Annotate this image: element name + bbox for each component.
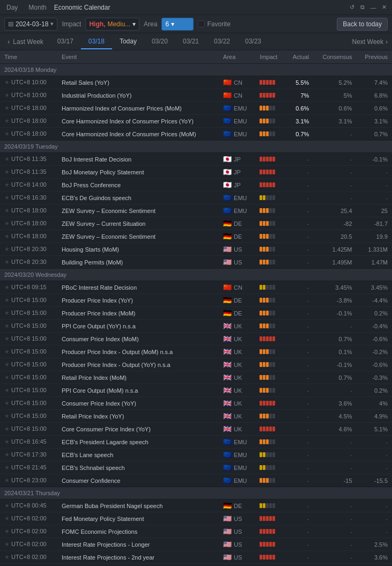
cell-event: Retail Sales (YoY) bbox=[57, 76, 219, 89]
minimize-icon[interactable]: — bbox=[369, 4, 377, 11]
col-event: Event bbox=[57, 50, 219, 64]
table-row[interactable]: ★UTC+8 00:45German Buba President Nagel … bbox=[0, 499, 392, 512]
table-row[interactable]: ★UTC+8 11:35BoJ Interest Rate Decision🇯🇵… bbox=[0, 153, 392, 166]
table-row[interactable]: ★UTC+8 16:30ECB's De Guindos speech🇪🇺EMU… bbox=[0, 192, 392, 204]
detach-icon[interactable]: ⧉ bbox=[359, 4, 366, 11]
section-header-text: 2024/03/20 Wednesday bbox=[0, 269, 392, 281]
impact-bars bbox=[260, 414, 280, 418]
table-row[interactable]: ★UTC+8 15:00Producer Price Index (YoY)🇩🇪… bbox=[0, 294, 392, 307]
table-row[interactable]: ★UTC+8 15:00PPI Core Output (MoM) n.s.a🇬… bbox=[0, 384, 392, 397]
area-code: EMU bbox=[234, 105, 247, 112]
next-week-btn[interactable]: Next Week › bbox=[352, 38, 388, 46]
table-row[interactable]: ★UTC+8 20:30Housing Starts (MoM)🇺🇸US-1.4… bbox=[0, 243, 392, 256]
area-code: EMU bbox=[234, 208, 247, 214]
cell-time: ★UTC+8 23:00 bbox=[0, 474, 57, 487]
impact-bars bbox=[260, 529, 280, 534]
prev-week-label[interactable]: Last Week bbox=[13, 38, 43, 46]
cell-time: ★UTC+8 15:00 bbox=[0, 371, 57, 384]
table-row[interactable]: ★UTC+8 15:00Core Consumer Price Index (Y… bbox=[0, 423, 392, 436]
close-icon[interactable]: ✕ bbox=[380, 4, 388, 11]
table-row[interactable]: ★UTC+8 15:00PPI Core Output (YoY) n.s.a🇬… bbox=[0, 320, 392, 333]
tab-month[interactable]: Month bbox=[26, 3, 48, 12]
app-title: Economic Calendar bbox=[54, 4, 110, 11]
table-row[interactable]: ★UTC+8 02:00Interest Rate Projections - … bbox=[0, 538, 392, 551]
cell-area: 🇺🇸US bbox=[219, 243, 255, 256]
cell-actual: - bbox=[285, 397, 314, 410]
prev-arrow[interactable]: ‹ bbox=[4, 35, 13, 48]
table-row[interactable]: ★UTC+8 10:00Retail Sales (YoY)🇨🇳CN5.5%5.… bbox=[0, 76, 392, 89]
table-row[interactable]: ★UTC+8 16:45ECB's President Lagarde spee… bbox=[0, 436, 392, 449]
favorite-filter[interactable]: Favorite bbox=[198, 20, 230, 28]
table-row[interactable]: ★UTC+8 15:00Producer Price Index - Outpu… bbox=[0, 346, 392, 358]
table-row[interactable]: ★UTC+8 15:00Producer Price Index - Outpu… bbox=[0, 358, 392, 371]
flag-icon: 🇯🇵 bbox=[223, 181, 232, 189]
flag-icon: 🇩🇪 bbox=[223, 232, 232, 240]
table-row[interactable]: ★UTC+8 02:00Fed Monetary Policy Statemen… bbox=[0, 512, 392, 525]
table-row[interactable]: ★UTC+8 15:00Producer Price Index (MoM)🇩🇪… bbox=[0, 307, 392, 320]
table-row[interactable]: ★UTC+8 15:00Consumer Price Index (MoM)🇬🇧… bbox=[0, 333, 392, 346]
nav-date-0318[interactable]: 03/18 bbox=[81, 34, 112, 49]
date-selector[interactable]: ▤ 2024-03-18 ▾ bbox=[4, 18, 57, 31]
table-row[interactable]: ★UTC+8 21:45ECB's Schnabel speech🇪🇺EMU--… bbox=[0, 461, 392, 474]
refresh-icon[interactable]: ↺ bbox=[348, 4, 356, 11]
section-header: 2024/03/20 Wednesday bbox=[0, 269, 392, 281]
impact-bars bbox=[260, 516, 280, 521]
table-row[interactable]: ★UTC+8 18:00ZEW Survey – Current Situati… bbox=[0, 217, 392, 230]
cell-previous: -0.1% bbox=[357, 153, 392, 166]
nav-bar: ‹ Last Week 03/17 03/18 Today 03/20 03/2… bbox=[0, 33, 392, 50]
table-row[interactable]: ★UTC+8 09:15PBoC Interest Rate Decision🇨… bbox=[0, 281, 392, 294]
table-row[interactable]: ★UTC+8 10:00Industrial Production (YoY)🇨… bbox=[0, 89, 392, 102]
flag-icon: 🇺🇸 bbox=[223, 245, 232, 253]
table-row[interactable]: ★UTC+8 15:00Consumer Price Index (YoY)🇬🇧… bbox=[0, 397, 392, 410]
cell-event: Retail Price Index (MoM) bbox=[57, 371, 219, 384]
table-row[interactable]: ★UTC+8 18:00Core Harmonized Index of Con… bbox=[0, 128, 392, 141]
table-row[interactable]: ★UTC+8 14:00BoJ Press Conference🇯🇵JP--- bbox=[0, 179, 392, 192]
impact-selector[interactable]: High, Mediu... ▾ bbox=[85, 18, 139, 31]
table-row[interactable]: ★UTC+8 23:00Consumer Confidence🇪🇺EMU--15… bbox=[0, 474, 392, 487]
area-code: CN bbox=[234, 79, 242, 86]
table-row[interactable]: ★UTC+8 18:00Harmonized Index of Consumer… bbox=[0, 102, 392, 115]
table-row[interactable]: ★UTC+8 18:00ZEW Survey – Economic Sentim… bbox=[0, 204, 392, 217]
cell-event: ZEW Survey – Economic Sentiment bbox=[57, 230, 219, 243]
table-row[interactable]: ★UTC+8 15:00Retail Price Index (MoM)🇬🇧UK… bbox=[0, 371, 392, 384]
impact-bars bbox=[260, 93, 280, 98]
area-selector[interactable]: 6 ▾ bbox=[161, 18, 194, 31]
cell-previous: 3.45% bbox=[357, 281, 392, 294]
window-controls: ↺ ⧉ — ✕ bbox=[348, 4, 388, 11]
cell-consensus: - bbox=[313, 461, 356, 474]
cell-consensus: - bbox=[313, 384, 356, 397]
cell-area: 🇬🇧UK bbox=[219, 346, 255, 358]
favorite-checkbox[interactable] bbox=[198, 20, 205, 27]
nav-date-0320[interactable]: 03/20 bbox=[144, 34, 175, 49]
table-row[interactable]: ★UTC+8 20:30Building Permits (MoM)🇺🇸US-1… bbox=[0, 256, 392, 269]
impact-bars bbox=[260, 182, 280, 187]
nav-date-0323[interactable]: 03/23 bbox=[238, 34, 269, 49]
cell-area: 🇪🇺EMU bbox=[219, 449, 255, 461]
flag-icon: 🇺🇸 bbox=[223, 540, 232, 548]
back-to-today-button[interactable]: Back to today bbox=[337, 18, 388, 31]
cell-time: ★UTC+8 15:00 bbox=[0, 346, 57, 358]
cell-impact bbox=[255, 436, 285, 449]
nav-date-today[interactable]: Today bbox=[112, 34, 144, 49]
nav-date-0322[interactable]: 03/22 bbox=[206, 34, 238, 49]
cell-previous: -0.6% bbox=[357, 358, 392, 371]
cell-previous: 19.9 bbox=[357, 230, 392, 243]
table-row[interactable]: ★UTC+8 17:30ECB's Lane speech🇪🇺EMU--- bbox=[0, 449, 392, 461]
table-row[interactable]: ★UTC+8 18:00ZEW Survey – Economic Sentim… bbox=[0, 230, 392, 243]
nav-date-0321[interactable]: 03/21 bbox=[175, 34, 206, 49]
cell-event: PPI Core Output (YoY) n.s.a bbox=[57, 320, 219, 333]
table-row[interactable]: ★UTC+8 11:35BoJ Monetary Policy Statemen… bbox=[0, 166, 392, 179]
cell-actual: - bbox=[285, 449, 314, 461]
table-row[interactable]: ★UTC+8 18:00Core Harmonized Index of Con… bbox=[0, 115, 392, 128]
impact-bars bbox=[260, 388, 280, 393]
table-row[interactable]: ★UTC+8 02:00FOMC Economic Projections🇺🇸U… bbox=[0, 525, 392, 538]
cell-time: ★UTC+8 18:00 bbox=[0, 115, 57, 128]
cell-consensus: 5.2% bbox=[313, 76, 356, 89]
table-row[interactable]: ★UTC+8 02:00Interest Rate Projections - … bbox=[0, 551, 392, 564]
nav-date-0317[interactable]: 03/17 bbox=[50, 34, 81, 49]
table-row[interactable]: ★UTC+8 15:00Retail Price Index (YoY)🇬🇧UK… bbox=[0, 410, 392, 423]
events-table-container: Time Event Area Impact Actual Consensus … bbox=[0, 50, 392, 566]
cell-event: ECB's President Lagarde speech bbox=[57, 436, 219, 449]
tab-day[interactable]: Day bbox=[4, 3, 20, 12]
impact-bars bbox=[260, 195, 280, 200]
